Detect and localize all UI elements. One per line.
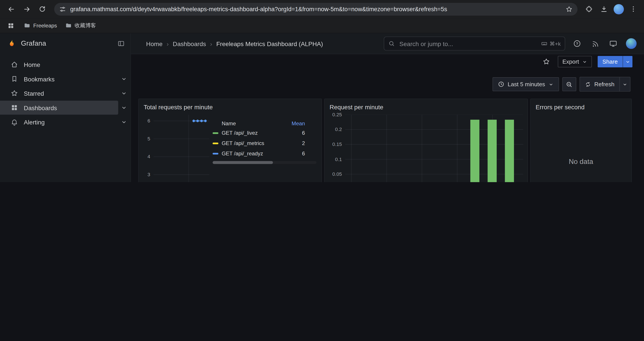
- clock-icon: [498, 81, 504, 88]
- panel-title: Request per minute: [325, 99, 528, 115]
- breadcrumb-home[interactable]: Home: [146, 40, 163, 47]
- chevron-down-icon: [625, 59, 630, 64]
- kiosk-monitor-icon[interactable]: [607, 37, 619, 50]
- breadcrumb: Home › Dashboards › Freeleaps Metrics Da…: [146, 40, 323, 47]
- browser-profile-avatar[interactable]: [612, 3, 625, 16]
- breadcrumb-current: Freeleaps Metrics Dashboard (ALPHA): [216, 40, 323, 47]
- legend-row[interactable]: GET /api/_livez6: [212, 128, 317, 138]
- bar-chart: 0.250.20.150.10.050 17:37:0017:38:0017:3…: [329, 115, 524, 182]
- sidebar-item-home[interactable]: Home: [0, 58, 118, 72]
- refresh-button[interactable]: Refresh: [580, 77, 620, 91]
- legend-value: 6: [281, 150, 305, 156]
- search-bar[interactable]: ⌘+k: [384, 37, 565, 51]
- legend-column-header[interactable]: Mean: [281, 120, 305, 126]
- extensions-icon[interactable]: [582, 3, 596, 16]
- y-axis-tick: 0.25: [332, 112, 342, 117]
- dashboard-toolbar: Export Share: [131, 54, 644, 69]
- favorite-star-icon[interactable]: [540, 56, 552, 67]
- series-swatch: [212, 153, 218, 154]
- legend-scrollbar[interactable]: [212, 161, 316, 164]
- chevron-down-icon[interactable]: [121, 119, 127, 125]
- legend-row[interactable]: GET /api/_readyz6: [212, 148, 317, 159]
- panel-total-requests-per-minute[interactable]: Total requests per minute 65432 17:40 Na…: [138, 99, 322, 182]
- site-settings-icon[interactable]: [59, 6, 66, 13]
- apps-grid-icon: [11, 104, 18, 112]
- legend-table: NameMeanGET /api/_livez6GET /api/_metric…: [209, 115, 317, 182]
- top-nav: Home › Dashboards › Freeleaps Metrics Da…: [131, 33, 644, 54]
- search-icon: [388, 40, 395, 47]
- panel-request-per-minute[interactable]: Request per minute 0.250.20.150.10.050 1…: [324, 99, 528, 182]
- refresh-icon: [585, 81, 591, 87]
- panel-errors-per-second[interactable]: Errors per second No data: [530, 99, 632, 182]
- sidebar-item-starred[interactable]: Starred: [0, 86, 118, 100]
- dashboard-canvas: Last 5 minutes Refresh Total requests: [131, 69, 644, 182]
- chevron-down-icon[interactable]: [121, 104, 127, 111]
- legend-scrollbar-thumb[interactable]: [212, 161, 273, 164]
- bookmark-folder-blogs[interactable]: 收藏博客: [65, 22, 96, 29]
- plot-area[interactable]: [345, 115, 524, 182]
- chevron-down-icon[interactable]: [121, 76, 127, 82]
- bookmark-folder-freeleaps[interactable]: Freeleaps: [24, 22, 57, 29]
- panel-title: Total requests per minute: [139, 99, 321, 115]
- brand-title: Grafana: [21, 40, 46, 48]
- y-axis-tick: 4: [148, 154, 150, 160]
- plot-area[interactable]: [154, 115, 209, 182]
- reload-button[interactable]: [35, 2, 49, 16]
- bookmarks-bar: Freeleaps 收藏博客: [0, 18, 644, 33]
- breadcrumb-dashboards[interactable]: Dashboards: [173, 40, 206, 47]
- panel-title: Errors per second: [531, 99, 631, 115]
- search-input[interactable]: [398, 40, 537, 48]
- legend-value: 6: [281, 130, 305, 136]
- browser-toolbar: grafana.mathmast.com/d/deytv4rwavabkb/fr…: [0, 0, 644, 18]
- y-axis-tick: 0.1: [335, 156, 342, 162]
- sidebar-toggle-button[interactable]: [118, 40, 125, 47]
- time-range-picker[interactable]: Last 5 minutes: [492, 77, 559, 91]
- series-swatch: [212, 132, 218, 134]
- bookmark-folder-label: 收藏博客: [74, 22, 96, 29]
- screen: grafana.mathmast.com/d/deytv4rwavabkb/fr…: [0, 0, 644, 182]
- share-button[interactable]: Share: [598, 56, 623, 67]
- refresh-interval-button[interactable]: [620, 77, 630, 91]
- sidebar-item-alerting[interactable]: Alerting: [0, 115, 118, 129]
- home-icon: [11, 61, 18, 68]
- news-rss-icon[interactable]: [589, 37, 601, 50]
- legend-column-header[interactable]: Name: [212, 120, 281, 126]
- sidebar-item-bookmarks[interactable]: Bookmarks: [0, 72, 118, 86]
- refresh-group: Refresh: [580, 77, 630, 92]
- sidebar-nav: Home Bookmarks Starred Dashboards: [0, 54, 130, 129]
- grafana-sidebar: Grafana Home Bookmarks Starred: [0, 33, 131, 182]
- bookmark-folder-label: Freeleaps: [33, 22, 57, 29]
- sidebar-item-dashboards[interactable]: Dashboards: [0, 101, 118, 115]
- zoom-out-icon: [566, 81, 573, 88]
- bookmark-star-icon[interactable]: [566, 6, 572, 13]
- back-button[interactable]: [4, 2, 18, 16]
- share-menu-button[interactable]: [623, 56, 632, 67]
- share-button-group: Share: [598, 56, 632, 67]
- forward-button[interactable]: [20, 2, 34, 16]
- url-text[interactable]: grafana.mathmast.com/d/deytv4rwavabkb/fr…: [70, 6, 561, 12]
- search-shortcut: ⌘+k: [541, 40, 561, 47]
- chevron-down-icon[interactable]: [121, 90, 127, 97]
- zoom-out-button[interactable]: [562, 77, 576, 91]
- chevron-down-icon: [548, 82, 554, 87]
- bookmark-icon: [11, 75, 18, 83]
- legend-header: NameMean: [212, 119, 317, 128]
- downloads-icon[interactable]: [597, 3, 610, 16]
- export-button[interactable]: Export: [558, 56, 592, 67]
- no-data-message: No data: [535, 115, 627, 182]
- y-axis-tick: 0.2: [335, 127, 342, 132]
- y-axis-tick: 6: [148, 118, 150, 124]
- browser-menu-kebab-icon[interactable]: [627, 3, 640, 16]
- url-bar[interactable]: grafana.mathmast.com/d/deytv4rwavabkb/fr…: [54, 3, 577, 15]
- help-icon[interactable]: [571, 37, 583, 50]
- line-chart: 65432 17:40: [143, 115, 209, 182]
- apps-grid-icon[interactable]: [6, 21, 16, 31]
- series-swatch: [212, 142, 218, 144]
- y-axis-tick: 5: [148, 136, 150, 142]
- user-avatar[interactable]: [625, 37, 638, 50]
- star-icon: [11, 90, 18, 97]
- chevron-down-icon: [582, 59, 587, 64]
- legend-value: 2: [281, 140, 305, 146]
- legend-row[interactable]: GET /api/_metrics2: [212, 138, 317, 148]
- folder-icon: [65, 22, 72, 29]
